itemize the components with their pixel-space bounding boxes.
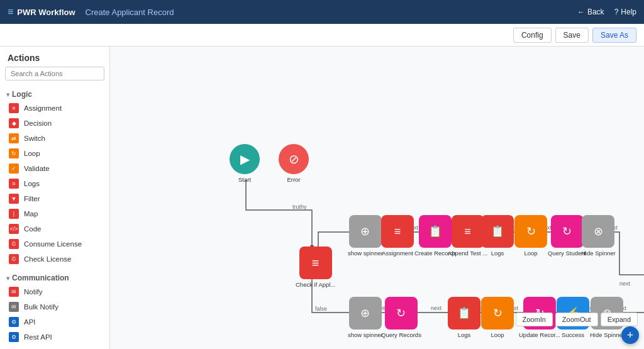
switch-icon: ⇄: [9, 133, 19, 143]
add-button[interactable]: +: [621, 326, 639, 344]
logic-section-label: Logic: [12, 90, 32, 99]
search-input[interactable]: [5, 67, 104, 80]
top-nav: ≡ PWR Workflow Create Applicant Record ←…: [0, 0, 644, 24]
node-check-appl-label: Check if Appl...: [296, 281, 335, 288]
sidebar: Actions ▾ Logic ≡ Assignment ◆: [0, 47, 110, 349]
zoom-out-button[interactable]: ZoomOut: [555, 313, 598, 326]
rest-api-icon: ⚙: [9, 332, 19, 342]
switch-label: Switch: [24, 135, 45, 142]
sidebar-item-validate[interactable]: ✓ Validate: [0, 161, 109, 176]
sidebar-section-communication: ▾ Communication ✉ Notify ✉ Bulk Notify ⚙…: [0, 269, 109, 347]
map-icon: |: [9, 209, 19, 219]
sidebar-item-logs[interactable]: ≡ Logs: [0, 176, 109, 191]
loop-label: Loop: [24, 150, 40, 157]
node-start[interactable]: ▶ Start: [230, 144, 260, 183]
nav-title: Create Applicant Record: [86, 8, 174, 17]
back-arrow-icon: ←: [577, 8, 585, 16]
sidebar-item-filter[interactable]: ▼ Filter: [0, 191, 109, 206]
nav-app-name: PWR Workflow: [17, 8, 75, 17]
node-start-box: ▶: [230, 144, 260, 174]
help-icon: ?: [614, 8, 619, 16]
add-icon: +: [627, 329, 634, 342]
canvas-footer: ZoomIn ZoomOut Expand: [516, 313, 638, 326]
sidebar-item-code[interactable]: </> Code: [0, 221, 109, 236]
back-label: Back: [587, 8, 604, 16]
workflow-canvas[interactable]: truthy next next next next next: [110, 47, 644, 349]
communication-section-title[interactable]: ▾ Communication: [0, 272, 109, 284]
node-assignment1-box: ≡: [381, 215, 414, 248]
sidebar-item-check-license[interactable]: © Check License: [0, 252, 109, 267]
check-license-icon: ©: [9, 254, 19, 264]
sidebar-item-notify[interactable]: ✉ Notify: [0, 284, 109, 299]
node-logs1[interactable]: 📋 Logs: [481, 215, 514, 257]
node-logs1-label: Logs: [491, 250, 504, 257]
main-layout: Actions ▾ Logic ≡ Assignment ◆: [0, 47, 644, 349]
communication-chevron-icon: ▾: [6, 275, 9, 282]
filter-label: Filter: [24, 195, 40, 202]
node-update-recor-label: Update Recor...: [519, 331, 560, 338]
node-check-appl-box: ≡: [299, 247, 332, 279]
sidebar-search: [0, 67, 109, 86]
logs-label: Logs: [24, 180, 40, 187]
api-label: API: [24, 318, 36, 326]
sidebar-item-api[interactable]: ⚙ API: [0, 314, 109, 330]
node-loop2-label: Loop: [491, 331, 504, 338]
assignment-icon: ≡: [9, 103, 19, 113]
nav-logo: ≡ PWR Workflow: [8, 6, 75, 18]
svg-text:next: next: [619, 280, 631, 287]
config-button[interactable]: Config: [513, 28, 552, 43]
node-query-student-box: ↻: [551, 215, 584, 248]
node-success2-label: Success: [562, 331, 584, 338]
logic-chevron-icon: ▾: [6, 91, 9, 98]
sidebar-scroll: ▾ Logic ≡ Assignment ◆ Decision ⇄ Switch: [0, 86, 109, 349]
map-label: Map: [24, 210, 38, 218]
check-license-label: Check License: [24, 255, 71, 263]
decision-label: Decision: [24, 119, 52, 127]
sidebar-item-consume-license[interactable]: © Consume License: [0, 236, 109, 252]
logic-section-title[interactable]: ▾ Logic: [0, 88, 109, 101]
node-logs2[interactable]: 📋 Logs: [448, 297, 480, 338]
sidebar-item-bulk-notify[interactable]: ✉ Bulk Notify: [0, 299, 109, 314]
sidebar-item-loop[interactable]: ↻ Loop: [0, 146, 109, 161]
node-show-spinner2-label: show spinner: [348, 331, 383, 338]
node-show-spinner2-box: ⊕: [349, 297, 382, 330]
node-loop1[interactable]: ↻ Loop: [514, 215, 547, 257]
sidebar-item-decision[interactable]: ◆ Decision: [0, 116, 109, 131]
expand-button[interactable]: Expand: [601, 313, 638, 326]
help-button[interactable]: ? Help: [614, 8, 636, 16]
save-button[interactable]: Save: [555, 28, 589, 43]
node-hide-spinner1[interactable]: ⊗ Hide Spinner: [581, 215, 616, 257]
loop-icon: ↻: [9, 148, 19, 158]
node-show-spinner1-box: ⊕: [349, 215, 382, 248]
node-query-records[interactable]: ↻ Query Records: [381, 297, 421, 338]
node-start-label: Start: [238, 176, 251, 183]
sidebar-section-logic: ▾ Logic ≡ Assignment ◆ Decision ⇄ Switch: [0, 86, 109, 269]
node-error-box: ⊘: [279, 144, 309, 174]
rest-api-label: Rest API: [24, 333, 52, 341]
back-button[interactable]: ← Back: [577, 8, 604, 16]
consume-license-label: Consume License: [24, 240, 82, 248]
node-show-spinner1-label: show spinner: [348, 250, 383, 257]
svg-text:next: next: [431, 305, 442, 311]
node-show-spinner2[interactable]: ⊕ show spinner: [348, 297, 383, 338]
svg-text:false: false: [315, 306, 327, 312]
node-hide-spinner1-label: Hide Spinner: [581, 250, 616, 257]
node-query-records-label: Query Records: [381, 331, 421, 338]
node-logs2-label: Logs: [458, 331, 471, 338]
node-error[interactable]: ⊘ Error: [279, 144, 309, 183]
sidebar-item-switch[interactable]: ⇄ Switch: [0, 131, 109, 146]
node-append-test-box: ≡: [452, 215, 484, 248]
save-as-button[interactable]: Save As: [592, 28, 636, 43]
sidebar-item-map[interactable]: | Map: [0, 206, 109, 221]
node-assignment1-label: Assignment: [382, 250, 413, 257]
code-label: Code: [24, 225, 42, 233]
node-assignment1[interactable]: ≡ Assignment: [381, 215, 414, 257]
node-check-appl[interactable]: ≡ Check if Appl...: [296, 247, 335, 288]
sidebar-item-rest-api[interactable]: ⚙ Rest API: [0, 330, 109, 345]
node-show-spinner1[interactable]: ⊕ show spinner: [348, 215, 383, 257]
node-loop2[interactable]: ↻ Loop: [481, 297, 514, 338]
sidebar-item-assignment[interactable]: ≡ Assignment: [0, 101, 109, 116]
bulk-notify-label: Bulk Notify: [24, 303, 58, 311]
zoom-in-button[interactable]: ZoomIn: [516, 313, 553, 326]
node-loop1-label: Loop: [524, 250, 537, 257]
